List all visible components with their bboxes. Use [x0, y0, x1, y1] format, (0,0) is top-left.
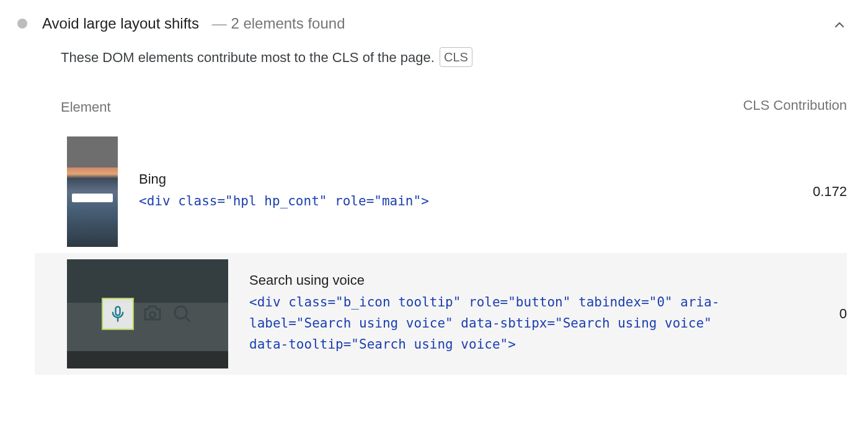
audit-count: — 2 elements found — [208, 15, 345, 32]
cls-value: 0.172 — [754, 184, 847, 200]
element-code: <div class="b_icon tooltip" role="button… — [249, 292, 733, 355]
audit-header-row[interactable]: Avoid large layout shifts — 2 elements f… — [35, 10, 847, 47]
camera-search-icon — [141, 303, 164, 325]
column-contribution-header: CLS Contribution — [735, 96, 847, 115]
element-label: Bing — [139, 171, 733, 187]
cls-value: 0 — [754, 306, 847, 322]
svg-rect-0 — [116, 306, 120, 315]
search-icon — [171, 303, 193, 325]
audit-panel: Avoid large layout shifts — 2 elements f… — [0, 0, 868, 375]
element-thumbnail — [67, 136, 118, 247]
column-element-header: Element — [61, 99, 735, 115]
svg-line-4 — [185, 317, 190, 321]
audit-description-text: These DOM elements contribute most to th… — [61, 50, 435, 65]
row-body: Bing <div class="hpl hp_cont" role="main… — [139, 171, 733, 212]
status-dot-icon — [17, 19, 27, 29]
chevron-up-icon[interactable] — [832, 17, 847, 32]
dash-separator: — — [208, 15, 231, 32]
audit-title: Avoid large layout shifts — [42, 15, 199, 32]
audit-count-text: 2 elements found — [231, 15, 345, 32]
svg-point-2 — [150, 312, 156, 318]
element-thumbnail — [67, 259, 228, 368]
table-row[interactable]: Search using voice <div class="b_icon to… — [35, 253, 847, 375]
cls-badge[interactable]: CLS — [440, 47, 472, 67]
element-code: <div class="hpl hp_cont" role="main"> — [139, 191, 733, 212]
element-label: Search using voice — [249, 272, 733, 288]
mic-icon — [109, 305, 126, 323]
table-header: Element CLS Contribution — [35, 96, 847, 130]
table-row[interactable]: Bing <div class="hpl hp_cont" role="main… — [35, 130, 847, 253]
highlight-box — [102, 298, 134, 330]
row-body: Search using voice <div class="b_icon to… — [249, 272, 733, 355]
audit-description: These DOM elements contribute most to th… — [35, 47, 847, 96]
